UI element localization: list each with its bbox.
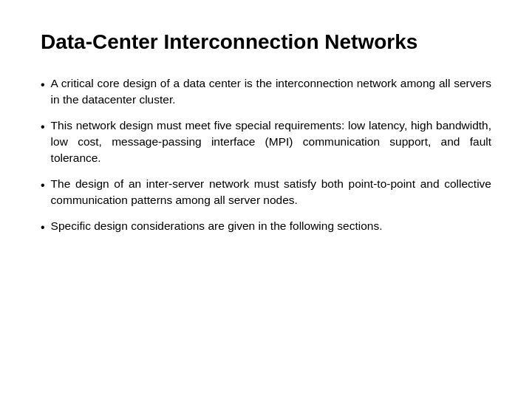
bullet-text-4: Specific design considerations are given… bbox=[51, 218, 491, 234]
bullet-dot: • bbox=[41, 177, 45, 194]
list-item: •This network design must meet five spec… bbox=[41, 117, 491, 167]
slide-container: Data-Center Interconnection Networks •A … bbox=[0, 0, 532, 399]
bullet-dot: • bbox=[41, 76, 45, 93]
bullet-text-1: A critical core design of a data center … bbox=[51, 75, 491, 109]
bullet-text-2: This network design must meet five speci… bbox=[51, 117, 491, 167]
list-item: •The design of an inter-server network m… bbox=[41, 176, 491, 209]
bullet-list: •A critical core design of a data center… bbox=[41, 75, 491, 236]
bullet-dot: • bbox=[41, 219, 45, 236]
bullet-dot: • bbox=[41, 118, 45, 135]
bullet-text-3: The design of an inter-server network mu… bbox=[51, 176, 491, 209]
slide-title: Data-Center Interconnection Networks bbox=[41, 30, 491, 55]
list-item: •Specific design considerations are give… bbox=[41, 218, 491, 236]
list-item: •A critical core design of a data center… bbox=[41, 75, 491, 109]
